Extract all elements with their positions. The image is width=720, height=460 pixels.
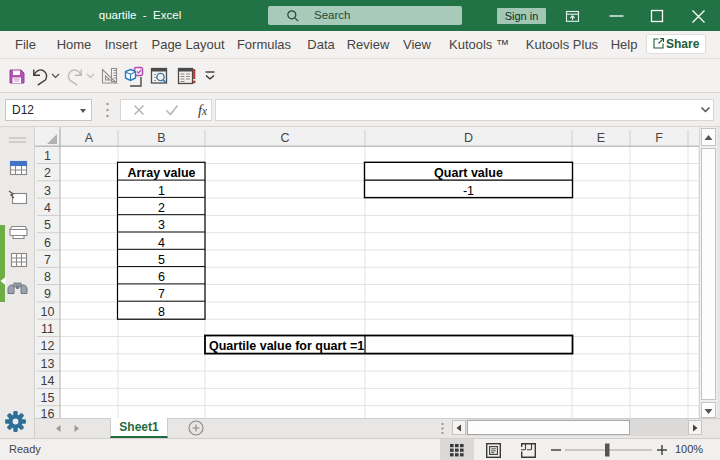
svg-text:5: 5 — [44, 218, 51, 232]
svg-text:1: 1 — [158, 184, 165, 198]
svg-text:A: A — [85, 131, 94, 145]
svg-text:B: B — [157, 131, 165, 145]
svg-text:16: 16 — [41, 407, 55, 419]
svg-text:12: 12 — [41, 339, 55, 353]
svg-text:13: 13 — [41, 357, 55, 371]
svg-text:Quart value: Quart value — [434, 166, 503, 180]
svg-text:4: 4 — [44, 201, 51, 215]
svg-text:Quartile value for quart =1: Quartile value for quart =1 — [209, 339, 364, 353]
svg-text:6: 6 — [44, 236, 51, 250]
svg-text:5: 5 — [158, 253, 165, 267]
svg-text:14: 14 — [41, 374, 55, 388]
svg-text:-1: -1 — [463, 184, 474, 198]
svg-text:7: 7 — [44, 253, 51, 267]
svg-text:3: 3 — [44, 184, 51, 198]
svg-text:F: F — [655, 131, 663, 145]
svg-text:3: 3 — [158, 218, 165, 232]
svg-text:E: E — [597, 131, 605, 145]
svg-text:Array value: Array value — [127, 166, 195, 180]
svg-text:C: C — [280, 131, 289, 145]
svg-text:11: 11 — [41, 322, 54, 336]
svg-text:8: 8 — [158, 305, 165, 319]
svg-text:10: 10 — [41, 305, 55, 319]
svg-text:D: D — [464, 131, 473, 145]
svg-text:2: 2 — [158, 201, 165, 215]
svg-text:7: 7 — [158, 287, 165, 301]
svg-text:6: 6 — [158, 270, 165, 284]
svg-text:15: 15 — [41, 391, 55, 405]
svg-text:9: 9 — [44, 287, 51, 301]
svg-text:2: 2 — [44, 166, 51, 180]
svg-text:1: 1 — [44, 149, 51, 163]
svg-text:8: 8 — [44, 270, 51, 284]
svg-text:4: 4 — [158, 236, 165, 250]
